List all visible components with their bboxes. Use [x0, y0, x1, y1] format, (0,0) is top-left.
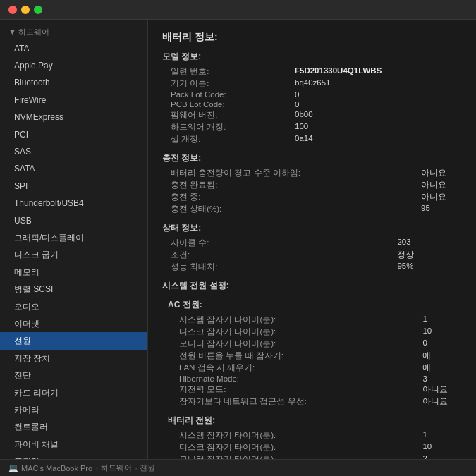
table-row: 충전 상태(%):95 — [168, 203, 468, 215]
breadcrumb-item[interactable]: 하드웨어 — [101, 463, 132, 473]
minimize-button[interactable] — [21, 6, 30, 14]
sidebar-item[interactable]: 프린터 — [0, 453, 147, 459]
sidebar-item[interactable]: PCI — [0, 126, 147, 143]
row-value: 0b00 — [295, 109, 468, 121]
sidebar-item[interactable]: NVMExpress — [0, 109, 147, 126]
row-label: 충전 상태(%): — [168, 203, 421, 215]
table-row: 충전 완료됨:아니요 — [168, 179, 468, 191]
sidebar-item[interactable]: 오디오 — [0, 298, 147, 315]
breadcrumb-separator: › — [95, 464, 98, 472]
sidebar-item[interactable]: FireWire — [0, 92, 147, 109]
sidebar-item[interactable]: SPI — [0, 178, 147, 195]
sidebar-item[interactable]: 카드 리더기 — [0, 384, 147, 401]
row-label: 전원 버튼을 누를 때 잠자기: — [168, 350, 422, 362]
row-value: 아니요 — [421, 191, 468, 203]
row-value: 아니요 — [421, 167, 468, 179]
sidebar-item[interactable]: 컨트롤러 — [0, 418, 147, 435]
sidebar-item[interactable]: USB — [0, 212, 147, 229]
breadcrumb: 💻 MAC's MacBook Pro › 하드웨어 › 전원 — [0, 459, 476, 476]
sidebar-item[interactable]: 전단 — [0, 367, 147, 384]
table-row: 하드웨어 개정:100 — [168, 121, 468, 133]
table-row: 디스크 잠자기 타이머(분):10 — [168, 441, 468, 453]
row-value: 아니요 — [422, 384, 468, 396]
row-value: 1 — [422, 429, 468, 441]
row-value: 아니요 — [422, 396, 468, 408]
table-row: Hibernate Mode:3 — [168, 374, 468, 384]
zoom-button[interactable] — [34, 6, 42, 14]
row-value: bq40z651 — [295, 78, 468, 90]
sidebar-item[interactable]: 이더넷 — [0, 315, 147, 332]
row-label: Pack Lot Code: — [168, 90, 295, 99]
breadcrumb-item[interactable]: MAC's MacBook Pro — [21, 464, 92, 472]
table-row: 일련 번호:F5D201330U4Q1LWBS — [168, 66, 468, 78]
sidebar-item[interactable]: 그래픽/디스플레이 — [0, 229, 147, 246]
row-value: 0 — [295, 99, 468, 109]
table-row: 디스크 잠자기 타이머(분):10 — [168, 326, 468, 338]
row-label: 저전력 모드: — [168, 384, 422, 396]
row-label: 펌웨어 버전: — [168, 109, 295, 121]
sidebar-item[interactable]: Thunderbolt/USB4 — [0, 195, 147, 212]
row-label: 셀 개정: — [168, 133, 295, 145]
table-row: 시스템 잠자기 타이머(분):1 — [168, 314, 468, 326]
row-value: 0a14 — [295, 133, 468, 145]
row-label: 잠자기보다 네트워크 접근성 우선: — [168, 396, 422, 408]
row-label: 충전 중: — [168, 191, 421, 203]
row-label: 모니터 잠자기 타이머(분): — [168, 338, 422, 350]
table-row: 충전 중:아니요 — [168, 191, 468, 203]
sidebar-group-header: ▼ 하드웨어 — [0, 23, 147, 40]
sidebar-item[interactable]: 메모리 — [0, 264, 147, 281]
sidebar-item[interactable]: SATA — [0, 160, 147, 177]
section-title: 상태 정보: — [162, 222, 462, 234]
page-title: 배터리 정보: — [162, 31, 462, 44]
close-button[interactable] — [8, 6, 17, 14]
sidebar-item[interactable]: Apple Pay — [0, 57, 147, 74]
row-label: LAN 접속 시 깨우기: — [168, 362, 422, 374]
table-row: 배터리 충전량이 경고 수준 이하임:아니요 — [168, 167, 468, 179]
row-label: 사이클 수: — [168, 237, 397, 249]
sidebar-item[interactable]: 카메라 — [0, 401, 147, 418]
sidebar-item[interactable]: SAS — [0, 143, 147, 160]
info-table: 사이클 수:203조건:정상성능 최대치:95% — [168, 237, 468, 273]
table-row: 펌웨어 버전:0b00 — [168, 109, 468, 121]
row-label: 조건: — [168, 249, 397, 261]
row-label: 시스템 잠자기 타이머(분): — [168, 314, 422, 326]
info-table: 시스템 잠자기 타이머(분):1디스크 잠자기 타이머(분):10모니터 잠자기… — [168, 314, 468, 408]
row-value: 10 — [422, 441, 468, 453]
sidebar-item[interactable]: 전원 — [0, 332, 147, 349]
sidebar-item[interactable]: 파이버 채널 — [0, 436, 147, 453]
traffic-lights — [8, 6, 42, 14]
breadcrumb-separator: › — [135, 464, 138, 472]
row-label: Hibernate Mode: — [168, 374, 422, 384]
row-value: 아니요 — [421, 179, 468, 191]
content-area: 배터리 정보:모델 정보:일련 번호:F5D201330U4Q1LWBS기기 이… — [148, 20, 476, 459]
sidebar-item[interactable]: 병렬 SCSI — [0, 281, 147, 298]
row-label: 디스크 잠자기 타이머(분): — [168, 441, 422, 453]
row-value: 예 — [422, 362, 468, 374]
row-label: 기기 이름: — [168, 78, 295, 90]
row-label: 시스템 잠자기 타이머(분): — [168, 429, 422, 441]
breadcrumb-item: 전원 — [140, 463, 155, 473]
table-row: 전원 버튼을 누를 때 잠자기:예 — [168, 350, 468, 362]
row-label: 일련 번호: — [168, 66, 295, 78]
table-row: LAN 접속 시 깨우기:예 — [168, 362, 468, 374]
sidebar[interactable]: ▼ 하드웨어ATAApple PayBluetoothFireWireNVMEx… — [0, 20, 148, 459]
row-label: 충전 완료됨: — [168, 179, 421, 191]
table-row: 모니터 잠자기 타이머(분):0 — [168, 338, 468, 350]
sidebar-item[interactable]: 저장 장치 — [0, 350, 147, 367]
info-table: 시스템 잠자기 타이머(분):1디스크 잠자기 타이머(분):10모니터 잠자기… — [168, 429, 468, 459]
row-label: PCB Lot Code: — [168, 99, 295, 109]
table-row: 기기 이름:bq40z651 — [168, 78, 468, 90]
sidebar-item[interactable]: 디스크 굽기 — [0, 246, 147, 263]
table-row: PCB Lot Code:0 — [168, 99, 468, 109]
table-row: 사이클 수:203 — [168, 237, 468, 249]
section-title: 시스템 전원 설정: — [162, 280, 462, 292]
info-table: 일련 번호:F5D201330U4Q1LWBS기기 이름:bq40z651Pac… — [168, 66, 468, 145]
row-value: F5D201330U4Q1LWBS — [295, 66, 468, 78]
row-value: 0 — [295, 90, 468, 99]
sidebar-item[interactable]: ATA — [0, 40, 147, 57]
table-row: 잠자기보다 네트워크 접근성 우선:아니요 — [168, 396, 468, 408]
sidebar-item[interactable]: Bluetooth — [0, 74, 147, 91]
row-value: 100 — [295, 121, 468, 133]
table-row: 조건:정상 — [168, 249, 468, 261]
row-value: 10 — [422, 326, 468, 338]
